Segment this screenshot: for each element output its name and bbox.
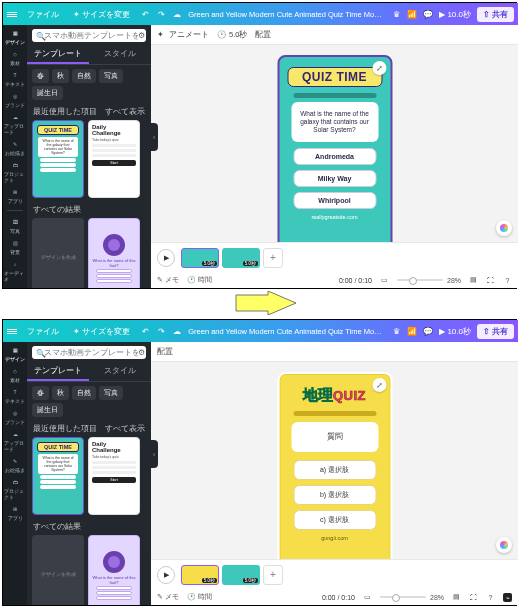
rail-draw[interactable]: ✎お絵描き xyxy=(4,139,26,156)
chip[interactable]: 誕生日 xyxy=(32,403,63,417)
chip[interactable]: 写真 xyxy=(99,69,123,83)
zoom-control[interactable]: 28% xyxy=(380,594,444,601)
template-card-daily[interactable]: Daily Challenge Take today's quiz Start xyxy=(88,437,140,515)
grid-view-icon[interactable]: ▤ xyxy=(452,593,461,602)
rail-text[interactable]: Tテキスト xyxy=(4,70,26,87)
zoom-slider[interactable] xyxy=(397,279,443,281)
canvas-stage[interactable]: ⤢ 地理QUIZ 質問 a) 選択肢 b) 選択肢 c) 選択肢 gungii.… xyxy=(151,362,518,559)
rail-design[interactable]: ▦デザイン xyxy=(4,28,26,45)
timeline-clip-1[interactable]: 5.0秒 xyxy=(181,248,219,268)
present-button[interactable]: ▶ 10.0秒 xyxy=(439,326,471,337)
rail-elements[interactable]: ◇素材 xyxy=(4,49,26,66)
help-icon[interactable]: ? xyxy=(486,593,495,602)
add-page-button[interactable]: + xyxy=(263,565,283,585)
rail-apps[interactable]: ⊞アプリ xyxy=(4,504,26,521)
quiz-title[interactable]: 地理QUIZ xyxy=(287,386,382,405)
rail-draw[interactable]: ✎お絵描き xyxy=(4,456,26,473)
search-input[interactable] xyxy=(44,348,138,357)
rail-bg[interactable]: ▧背景 xyxy=(4,238,26,255)
crown-icon[interactable]: ♛ xyxy=(391,9,401,19)
fullscreen-icon[interactable]: ⛶ xyxy=(486,276,495,285)
tab-style[interactable]: スタイル xyxy=(89,362,151,381)
tab-templates[interactable]: テンプレート xyxy=(27,45,89,64)
duration-toggle[interactable]: 🕑 時間 xyxy=(187,592,212,602)
duration-toggle[interactable]: 🕑 時間 xyxy=(187,275,212,285)
document-title[interactable]: Green and Yellow Modern Cute Animated Qu… xyxy=(182,327,391,336)
present-button[interactable]: ▶ 10.0秒 xyxy=(439,9,471,20)
template-card-blank[interactable]: デザインを作成 xyxy=(32,535,84,605)
file-menu[interactable]: ファイル xyxy=(23,7,63,22)
redo-icon[interactable]: ↷ xyxy=(156,326,166,336)
filter-icon[interactable]: ⚙ xyxy=(138,348,145,357)
position-button[interactable]: 配置 xyxy=(157,347,173,357)
template-card-daily[interactable]: Daily Challenge Take today's quiz Start xyxy=(88,120,140,198)
template-card-quiz[interactable]: QUIZ TIME What is the name of the galaxy… xyxy=(32,437,84,515)
redo-icon[interactable]: ↷ xyxy=(156,9,166,19)
filter-icon[interactable]: ⚙ xyxy=(138,31,145,40)
rail-elements[interactable]: ◇素材 xyxy=(4,366,26,383)
page-expand-icon[interactable]: ⤢ xyxy=(372,61,386,75)
rail-brand[interactable]: ◎ブランド xyxy=(4,91,26,108)
canvas-stage[interactable]: ⤢ QUIZ TIME What is the name of the gala… xyxy=(151,45,518,242)
page-quiz-yellow[interactable]: ⤢ 地理QUIZ 質問 a) 選択肢 b) 選択肢 c) 選択肢 gungii.… xyxy=(277,372,392,559)
chip[interactable]: 誕生日 xyxy=(32,86,63,100)
chip[interactable]: 春 xyxy=(32,386,49,400)
share-button[interactable]: ⇧共有 xyxy=(477,7,514,22)
rail-upload[interactable]: ☁アップロード xyxy=(4,112,26,135)
document-title[interactable]: Green and Yellow Modern Cute Animated Qu… xyxy=(182,10,391,19)
template-card-fruit[interactable]: What is the name of this fruit? xyxy=(88,218,140,288)
add-page-button[interactable]: + xyxy=(263,248,283,268)
see-all-link[interactable]: すべて表示 xyxy=(105,424,145,434)
timeline-clip-1[interactable]: 5.0秒 xyxy=(181,565,219,585)
template-search[interactable]: 🔍 ⚙ xyxy=(32,346,146,359)
rail-brand[interactable]: ◎ブランド xyxy=(4,408,26,425)
rail-apps[interactable]: ⊞アプリ xyxy=(4,187,26,204)
rail-design[interactable]: ▦デザイン xyxy=(4,345,26,362)
option-2[interactable]: b) 選択肢 xyxy=(293,485,376,505)
page-expand-icon[interactable]: ⤢ xyxy=(372,378,386,392)
chip[interactable]: 春 xyxy=(32,69,49,83)
template-card-fruit[interactable]: What is the name of this fruit? xyxy=(88,535,140,605)
insights-icon[interactable]: 📶 xyxy=(407,326,417,336)
option-3[interactable]: c) 選択肢 xyxy=(293,510,376,530)
assistant-button[interactable] xyxy=(496,537,512,553)
option-1[interactable]: a) 選択肢 xyxy=(293,460,376,480)
notes-button[interactable]: ✎ メモ xyxy=(157,592,179,602)
timeline-clip-2[interactable]: 5.0秒 xyxy=(222,565,260,585)
play-button[interactable]: ▶ xyxy=(157,249,175,267)
canva-logo-icon[interactable]: ⌁ xyxy=(503,593,512,602)
chip[interactable]: 自然 xyxy=(72,69,96,83)
comment-icon[interactable]: 💬 xyxy=(423,9,433,19)
question-text[interactable]: 質問 xyxy=(291,422,378,452)
tab-style[interactable]: スタイル xyxy=(89,45,151,64)
option-3[interactable]: Whirlpool xyxy=(293,192,376,209)
rail-projects[interactable]: 🗀プロジェクト xyxy=(4,477,26,500)
option-2[interactable]: Milky Way xyxy=(293,170,376,187)
notes-button[interactable]: ✎ メモ xyxy=(157,275,179,285)
page-quiz-green[interactable]: ⤢ QUIZ TIME What is the name of the gala… xyxy=(277,55,392,242)
template-card-quiz[interactable]: QUIZ TIME What is the name of the galaxy… xyxy=(32,120,84,198)
rail-text[interactable]: Tテキスト xyxy=(4,387,26,404)
share-button[interactable]: ⇧共有 xyxy=(477,324,514,339)
assistant-button[interactable] xyxy=(496,220,512,236)
chip[interactable]: 写真 xyxy=(99,386,123,400)
help-icon[interactable]: ? xyxy=(503,276,512,285)
collapse-panel-button[interactable]: ‹ xyxy=(150,123,158,151)
question-text[interactable]: What is the name of the galaxy that cont… xyxy=(291,102,378,142)
position-button[interactable]: 配置 xyxy=(255,30,271,40)
insights-icon[interactable]: 📶 xyxy=(407,9,417,19)
zoom-control[interactable]: 28% xyxy=(397,277,461,284)
rail-upload[interactable]: ☁アップロード xyxy=(4,429,26,452)
animate-button[interactable]: ✦アニメート xyxy=(157,30,209,40)
file-menu[interactable]: ファイル xyxy=(23,324,63,339)
template-search[interactable]: 🔍 ⚙ xyxy=(32,29,146,42)
footer-text[interactable]: gungii.com xyxy=(279,535,390,541)
chip[interactable]: 自然 xyxy=(72,386,96,400)
chip[interactable]: 秋 xyxy=(52,386,69,400)
zoom-slider[interactable] xyxy=(380,596,426,598)
timeline-clip-2[interactable]: 5.0秒 xyxy=(222,248,260,268)
resize-menu[interactable]: ✦ サイズを変更 xyxy=(69,7,134,22)
rail-photo[interactable]: 🖼写真 xyxy=(4,217,26,234)
see-all-link[interactable]: すべて表示 xyxy=(105,107,145,117)
timeline-view-icon[interactable]: ▭ xyxy=(380,276,389,285)
